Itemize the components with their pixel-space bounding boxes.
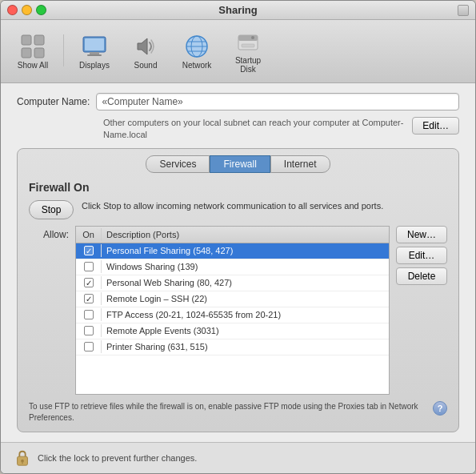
column-on: On — [76, 228, 102, 241]
svg-rect-7 — [87, 54, 102, 56]
edit-firewall-button[interactable]: Edit… — [396, 247, 447, 264]
help-button[interactable]: ? — [433, 401, 447, 416]
row-check-2[interactable]: ✓ — [76, 276, 102, 289]
show-all-icon — [18, 32, 47, 61]
toolbar-sound[interactable]: Sound — [122, 30, 170, 72]
toolbar-startup-disk-label: Startup Disk — [227, 56, 269, 74]
row-check-4[interactable] — [76, 308, 102, 321]
table-row[interactable]: ✓ Remote Login – SSH (22) — [76, 291, 389, 307]
table-row[interactable]: FTP Access (20-21, 1024-65535 from 20-21… — [76, 307, 389, 323]
checkbox-6[interactable] — [84, 342, 94, 351]
checkbox-0[interactable]: ✓ — [84, 246, 94, 255]
new-button[interactable]: New… — [396, 226, 447, 243]
tab-firewall[interactable]: Firewall — [210, 155, 270, 173]
svg-rect-2 — [22, 48, 31, 58]
computer-name-label: Computer Name: — [17, 96, 90, 107]
row-desc-3: Remote Login – SSH (22) — [102, 292, 389, 305]
svg-rect-15 — [238, 35, 258, 41]
checkbox-3[interactable]: ✓ — [84, 294, 94, 303]
startup-disk-icon — [234, 27, 262, 56]
stop-description: Click Stop to allow incoming network com… — [82, 200, 383, 212]
toolbar-divider-1 — [63, 34, 64, 66]
minimize-button[interactable] — [22, 5, 32, 15]
main-content: Computer Name: Other computers on your l… — [1, 83, 475, 442]
delete-button[interactable]: Delete — [396, 267, 447, 285]
window-title: Sharing — [218, 4, 257, 16]
column-description: Description (Ports) — [102, 228, 389, 241]
titlebar: Sharing — [1, 1, 475, 20]
stop-button[interactable]: Stop — [29, 200, 74, 219]
allow-section: Allow: On Description (Ports) ✓ — [29, 226, 447, 395]
svg-marker-8 — [138, 38, 147, 54]
row-check-0[interactable]: ✓ — [76, 244, 102, 257]
sound-icon — [131, 32, 160, 61]
table-header: On Description (Ports) — [76, 227, 389, 243]
row-check-1[interactable] — [76, 260, 102, 273]
row-desc-2: Personal Web Sharing (80, 427) — [102, 276, 389, 289]
toolbar-show-all[interactable]: Show All — [9, 30, 57, 72]
row-check-5[interactable] — [76, 324, 102, 337]
tab-services[interactable]: Services — [146, 155, 210, 173]
toolbar-startup-disk[interactable]: Startup Disk — [224, 25, 272, 76]
svg-point-16 — [251, 36, 254, 39]
row-desc-6: Printer Sharing (631, 515) — [102, 340, 389, 353]
checkbox-4[interactable] — [84, 310, 94, 319]
checkbox-2[interactable]: ✓ — [84, 278, 94, 287]
svg-rect-5 — [85, 38, 104, 50]
footer-note-text: To use FTP to retrieve files while the f… — [29, 401, 430, 424]
edit-button[interactable]: Edit… — [412, 117, 459, 135]
row-desc-5: Remote Apple Events (3031) — [102, 324, 389, 337]
computer-name-row: Computer Name: — [17, 93, 459, 110]
tab-internet[interactable]: Internet — [270, 155, 330, 173]
maximize-button[interactable] — [36, 5, 46, 15]
row-check-6[interactable] — [76, 340, 102, 353]
toolbar-displays-label: Displays — [79, 61, 110, 70]
row-desc-0: Personal File Sharing (548, 427) — [102, 244, 389, 257]
tab-bar: Services Firewall Internet — [18, 149, 458, 173]
computer-name-input[interactable] — [96, 93, 459, 110]
allow-label: Allow: — [29, 226, 69, 395]
table-action-buttons: New… Edit… Delete — [396, 226, 447, 395]
window-controls — [7, 5, 46, 15]
table-row[interactable]: Windows Sharing (139) — [76, 259, 389, 275]
row-desc-4: FTP Access (20-21, 1024-65535 from 20-21… — [102, 308, 389, 321]
displays-icon — [80, 32, 109, 61]
lock-icon[interactable] — [14, 449, 31, 467]
toolbar-network-label: Network — [182, 61, 212, 70]
table-row[interactable]: Remote Apple Events (3031) — [76, 323, 389, 339]
svg-rect-6 — [90, 52, 99, 54]
table-body[interactable]: ✓ Personal File Sharing (548, 427) Windo… — [76, 243, 389, 394]
row-desc-1: Windows Sharing (139) — [102, 260, 389, 273]
svg-point-19 — [21, 460, 24, 463]
toolbar-show-all-label: Show All — [18, 61, 48, 70]
table-row[interactable]: ✓ Personal File Sharing (548, 427) — [76, 243, 389, 259]
toolbar-sound-label: Sound — [134, 61, 158, 70]
table-row[interactable]: ✓ Personal Web Sharing (80, 427) — [76, 275, 389, 291]
window: Sharing Show All — [0, 0, 476, 474]
lock-text: Click the lock to prevent further change… — [38, 453, 197, 463]
network-icon — [182, 32, 211, 61]
resize-button[interactable] — [458, 5, 469, 16]
svg-rect-1 — [34, 35, 44, 45]
footer-note: To use FTP to retrieve files while the f… — [29, 401, 447, 424]
row-check-3[interactable]: ✓ — [76, 292, 102, 305]
address-row: Other computers on your local subnet can… — [103, 117, 459, 142]
firewall-content: Firewall On Stop Click Stop to allow inc… — [18, 173, 458, 432]
checkbox-5[interactable] — [84, 326, 94, 335]
close-button[interactable] — [7, 5, 18, 15]
toolbar: Show All Displays — [1, 20, 475, 83]
stop-row: Stop Click Stop to allow incoming networ… — [29, 200, 447, 219]
svg-rect-17 — [242, 44, 254, 47]
bottom-bar: Click the lock to prevent further change… — [1, 442, 475, 473]
checkbox-1[interactable] — [84, 262, 94, 271]
sharing-panel: Services Firewall Internet Firewall On S… — [17, 148, 459, 432]
firewall-on-title: Firewall On — [29, 181, 447, 194]
firewall-table: On Description (Ports) ✓ Personal File S… — [75, 226, 390, 395]
toolbar-displays[interactable]: Displays — [70, 30, 118, 72]
address-text: Other computers on your local subnet can… — [103, 117, 406, 142]
svg-rect-3 — [34, 48, 44, 58]
toolbar-network[interactable]: Network — [173, 30, 221, 72]
svg-rect-0 — [22, 35, 31, 45]
table-row[interactable]: Printer Sharing (631, 515) — [76, 339, 389, 356]
